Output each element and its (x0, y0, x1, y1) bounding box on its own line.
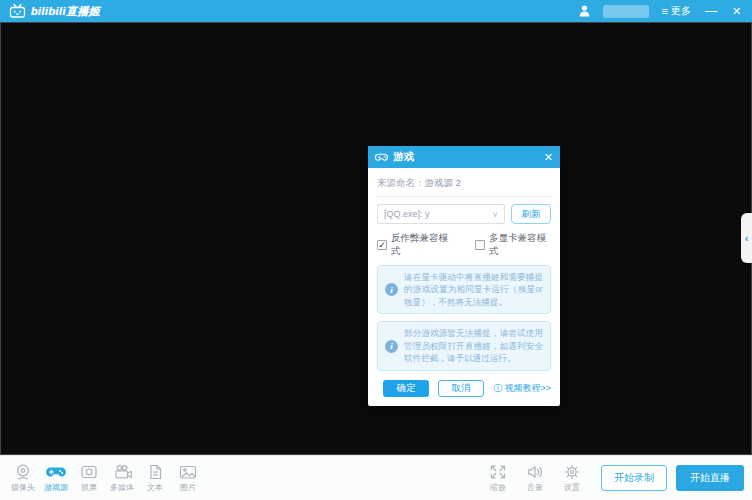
settings-gear-icon (561, 463, 583, 481)
source-name-row: 来源命名： 游戏源 2 (377, 174, 551, 197)
gpu-info-text: 请在显卡驱动中将直播姬和需要捕捉的游戏设置为相同显卡运行（核显or独显），不然将… (404, 271, 543, 308)
app-title: bilibili直播姬 (31, 4, 100, 19)
volume-tool-button[interactable]: 音量 (520, 463, 550, 493)
dialog-header: 游戏 ✕ (368, 146, 560, 168)
multigpu-checkbox-label: 多显卡兼容模式 (489, 232, 551, 258)
more-menu-button[interactable]: ≡ 更多 (662, 4, 691, 18)
start-stream-button[interactable]: 开始直播 (676, 465, 744, 491)
app-logo: bilibili直播姬 (9, 3, 100, 19)
process-select[interactable]: [QQ.exe]: y ∨ (377, 204, 505, 224)
expand-panel-tab[interactable]: ‹ (741, 213, 752, 263)
text-document-icon (144, 463, 166, 481)
bilibili-tv-icon (9, 3, 26, 19)
video-tutorial-label: 视频教程>> (504, 382, 551, 395)
anticheat-checkbox[interactable]: ✓ 反作弊兼容模式 (377, 232, 453, 258)
chevron-left-icon: ‹ (745, 232, 749, 244)
screen-capture-icon (78, 463, 100, 481)
scale-tool-button[interactable]: 缩放 (483, 463, 513, 493)
hamburger-icon: ≡ (662, 5, 668, 17)
info-icon: i (385, 340, 398, 353)
cancel-button[interactable]: 取消 (438, 380, 484, 397)
anticheat-checkbox-label: 反作弊兼容模式 (391, 232, 453, 258)
process-select-value: [QQ.exe]: y (384, 209, 430, 219)
source-image-button[interactable]: 图片 (173, 463, 203, 493)
minimize-button[interactable]: — (704, 5, 717, 17)
game-source-dialog: 游戏 ✕ 来源命名： 游戏源 2 [QQ.exe]: y ∨ 刷新 ✓ 反作弊兼… (368, 146, 560, 406)
settings-tool-label: 设置 (564, 482, 580, 493)
webcam-icon (12, 463, 34, 481)
start-record-button[interactable]: 开始录制 (601, 465, 667, 491)
gamepad-icon (45, 463, 67, 481)
more-menu-label: 更多 (671, 4, 691, 18)
source-text-button[interactable]: 文本 (140, 463, 170, 493)
info-icon: i (385, 283, 398, 296)
source-camera-label: 摄像头 (11, 482, 35, 493)
source-screen-capture-button[interactable]: 抓屏 (74, 463, 104, 493)
admin-info-text: 部分游戏源暂无法捕捉，请尝试使用管理员权限打开直播姬，如遇到安全软件拦截，请予以… (404, 327, 543, 364)
user-icon[interactable] (579, 5, 590, 17)
volume-tool-label: 音量 (527, 482, 543, 493)
gpu-info-box: i 请在显卡驱动中将直播姬和需要捕捉的游戏设置为相同显卡运行（核显or独显），不… (377, 265, 551, 314)
tutorial-info-icon: ⓘ (493, 382, 502, 395)
volume-icon (524, 463, 546, 481)
chevron-down-icon: ∨ (492, 210, 498, 219)
ok-button[interactable]: 确定 (383, 380, 429, 397)
username-redacted[interactable] (603, 5, 649, 18)
source-screen-capture-label: 抓屏 (81, 482, 97, 493)
source-name-value[interactable]: 游戏源 2 (425, 177, 461, 190)
dialog-title: 游戏 (393, 150, 414, 164)
admin-info-box: i 部分游戏源暂无法捕捉，请尝试使用管理员权限打开直播姬，如遇到安全软件拦截，请… (377, 321, 551, 370)
checkbox-checked-icon: ✓ (377, 240, 387, 250)
gamepad-icon (375, 152, 388, 163)
media-camera-icon (111, 463, 133, 481)
source-text-label: 文本 (147, 482, 163, 493)
source-game-label: 游戏源 (44, 482, 68, 493)
titlebar: bilibili直播姬 ≡ 更多 — ✕ (0, 0, 752, 22)
source-camera-button[interactable]: 摄像头 (8, 463, 38, 493)
source-game-button[interactable]: 游戏源 (41, 463, 71, 493)
scale-tool-label: 缩放 (490, 482, 506, 493)
source-media-label: 多媒体 (110, 482, 134, 493)
bottom-toolbar: 摄像头 游戏源 抓屏 多媒体 (0, 455, 752, 500)
dialog-close-icon[interactable]: ✕ (544, 151, 553, 164)
source-media-button[interactable]: 多媒体 (107, 463, 137, 493)
settings-tool-button[interactable]: 设置 (557, 463, 587, 493)
video-tutorial-link[interactable]: ⓘ 视频教程>> (493, 382, 551, 395)
image-icon (177, 463, 199, 481)
source-name-label: 来源命名： (377, 177, 425, 190)
checkbox-unchecked-icon (475, 240, 485, 250)
scale-arrows-icon (487, 463, 509, 481)
multigpu-checkbox[interactable]: 多显卡兼容模式 (475, 232, 551, 258)
close-button[interactable]: ✕ (730, 6, 743, 17)
refresh-button[interactable]: 刷新 (511, 204, 551, 224)
source-image-label: 图片 (180, 482, 196, 493)
